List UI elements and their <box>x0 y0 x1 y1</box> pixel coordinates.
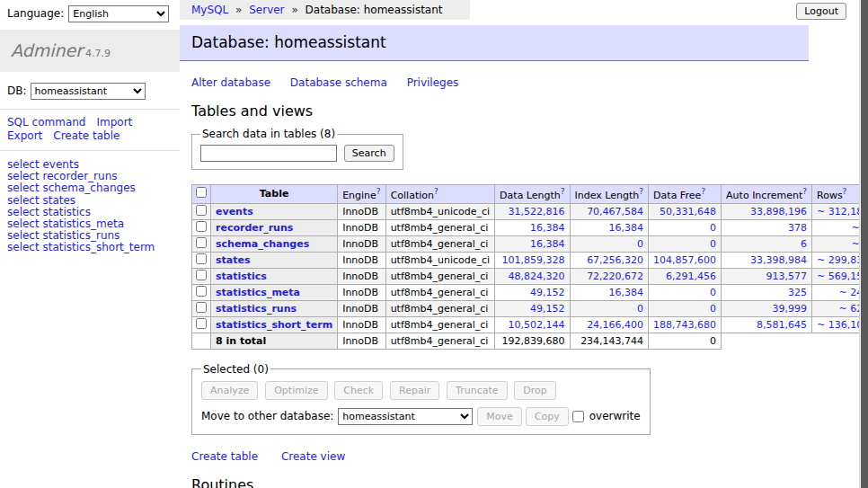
table-link-recorder-runs[interactable]: recorder_runs <box>216 222 293 234</box>
cell-collation: utf8mb4_general_ci <box>385 235 494 252</box>
row-checkbox[interactable] <box>196 253 207 264</box>
index-length-help-link[interactable]: ? <box>639 187 643 196</box>
database-schema-link[interactable]: Database schema <box>290 76 387 89</box>
sidebar-item-select-states[interactable]: select states <box>7 195 173 207</box>
scrollbar-thumb[interactable] <box>861 0 868 488</box>
auto-increment-link[interactable]: 39,999 <box>773 303 808 315</box>
data-length-link[interactable]: 31,522,816 <box>509 206 565 217</box>
table-link-statistics[interactable]: statistics <box>216 271 267 282</box>
table-link-statistics-runs[interactable]: statistics_runs <box>216 303 297 315</box>
create-view-link[interactable]: Create view <box>281 450 345 463</box>
cell-data-length: 48,824,320 <box>495 268 570 284</box>
row-checkbox[interactable] <box>196 318 207 329</box>
row-checkbox[interactable] <box>196 286 207 297</box>
auto-increment-link[interactable]: 33,398,984 <box>750 254 807 266</box>
auto-increment-link[interactable]: 913,577 <box>766 271 808 282</box>
truncate-button[interactable]: Truncate <box>447 381 507 400</box>
index-length-link[interactable]: 72,220,672 <box>587 271 643 282</box>
auto-increment-link[interactable]: 378 <box>788 222 807 234</box>
breadcrumb-separator: » <box>291 4 297 16</box>
cell-engine: InnoDB <box>338 219 385 235</box>
data-free-link[interactable]: 104,857,600 <box>653 254 716 266</box>
sidebar-item-select-schema-changes[interactable]: select schema_changes <box>7 182 173 194</box>
data-length-link[interactable]: 49,152 <box>530 287 565 298</box>
row-checkbox[interactable] <box>196 270 207 280</box>
drop-button[interactable]: Drop <box>514 381 555 400</box>
brand-name: Adminer <box>11 40 83 60</box>
breadcrumb-server-link[interactable]: Server <box>249 4 284 16</box>
sql-command-link[interactable]: SQL command <box>7 116 85 129</box>
breadcrumb-mysql-link[interactable]: MySQL <box>191 4 228 16</box>
move-db-select[interactable]: homeassistant <box>338 408 473 425</box>
language-select[interactable]: English <box>68 5 169 22</box>
table-link-statistics-short-term[interactable]: statistics_short_term <box>216 319 332 331</box>
import-link[interactable]: Import <box>96 116 132 129</box>
index-length-link[interactable]: 16,384 <box>609 287 644 298</box>
data-length-link[interactable]: 10,502,144 <box>509 319 565 331</box>
table-link-statistics-meta[interactable]: statistics_meta <box>216 287 300 298</box>
cell-index-length: 16,384 <box>570 284 649 300</box>
data-free-link[interactable]: 6,291,456 <box>666 271 716 282</box>
privileges-link[interactable]: Privileges <box>407 76 459 89</box>
overwrite-checkbox[interactable] <box>572 411 584 422</box>
auto-increment-link[interactable]: 8,581,645 <box>757 319 807 331</box>
data-free-link[interactable]: 50,331,648 <box>660 206 716 217</box>
repair-button[interactable]: Repair <box>390 381 439 400</box>
row-checkbox[interactable] <box>196 221 207 232</box>
row-checkbox[interactable] <box>196 302 207 313</box>
row-checkbox-cell <box>192 219 211 235</box>
row-checkbox[interactable] <box>196 205 207 216</box>
data-length-link[interactable]: 48,824,320 <box>509 271 565 282</box>
auto-increment-link[interactable]: 325 <box>788 287 807 298</box>
cell-data-length: 49,152 <box>495 284 570 300</box>
index-length-link[interactable]: 0 <box>637 303 643 315</box>
db-select[interactable]: homeassistant <box>31 83 146 100</box>
create-table-link-sidebar[interactable]: Create table <box>53 129 120 142</box>
index-length-link[interactable]: 67,256,320 <box>587 254 643 266</box>
cell-collation: utf8mb4_general_ci <box>385 219 494 235</box>
engine-help-link[interactable]: ? <box>376 187 381 196</box>
data-length-link[interactable]: 101,859,328 <box>502 254 565 266</box>
table-link-schema-changes[interactable]: schema_changes <box>216 238 309 250</box>
rows-help-link[interactable]: ? <box>843 187 847 196</box>
data-length-link[interactable]: 16,384 <box>530 238 565 250</box>
cell-engine: InnoDB <box>338 252 385 268</box>
table-link-states[interactable]: states <box>216 254 251 266</box>
index-length-link[interactable]: 24,166,400 <box>587 319 643 331</box>
data-free-link[interactable]: 0 <box>710 287 716 298</box>
data-free-link[interactable]: 0 <box>710 222 716 234</box>
auto-increment-link[interactable]: 33,898,196 <box>750 206 807 217</box>
data-length-link[interactable]: 16,384 <box>530 222 565 234</box>
scrollbar-track[interactable] <box>859 0 868 488</box>
create-table-link[interactable]: Create table <box>191 450 258 463</box>
index-length-link[interactable]: 0 <box>637 238 643 250</box>
data-length-help-link[interactable]: ? <box>561 187 565 196</box>
index-length-link[interactable]: 70,467,584 <box>587 206 643 217</box>
logout-button[interactable]: Logout <box>796 3 846 20</box>
data-free-help-link[interactable]: ? <box>701 187 705 196</box>
move-button[interactable]: Move <box>477 407 522 426</box>
data-length-link[interactable]: 49,152 <box>530 303 565 315</box>
search-button[interactable]: Search <box>344 145 394 162</box>
table-link-events[interactable]: events <box>216 206 253 217</box>
alter-database-link[interactable]: Alter database <box>191 76 270 89</box>
sidebar-item-select-statistics-short-term[interactable]: select statistics_short_term <box>7 242 173 253</box>
analyze-button[interactable]: Analyze <box>201 381 258 400</box>
row-checkbox[interactable] <box>196 237 207 248</box>
auto-increment-link[interactable]: 6 <box>801 238 807 250</box>
data-free-link[interactable]: 188,743,680 <box>653 319 716 331</box>
overwrite-label[interactable]: overwrite <box>589 410 641 422</box>
optimize-button[interactable]: Optimize <box>265 381 327 400</box>
cell-collation: utf8mb4_general_ci <box>385 300 494 316</box>
cell-data-free: 0 <box>649 284 722 300</box>
copy-button[interactable]: Copy <box>526 407 569 426</box>
data-free-link[interactable]: 0 <box>710 238 716 250</box>
data-free-link[interactable]: 0 <box>710 303 716 315</box>
select-all-checkbox[interactable] <box>196 187 207 198</box>
export-link[interactable]: Export <box>7 129 42 142</box>
auto-increment-help-link[interactable]: ? <box>802 187 807 196</box>
index-length-link[interactable]: 16,384 <box>609 222 644 234</box>
collation-help-link[interactable]: ? <box>434 187 438 196</box>
search-input[interactable] <box>200 145 337 162</box>
check-button[interactable]: Check <box>334 381 383 400</box>
